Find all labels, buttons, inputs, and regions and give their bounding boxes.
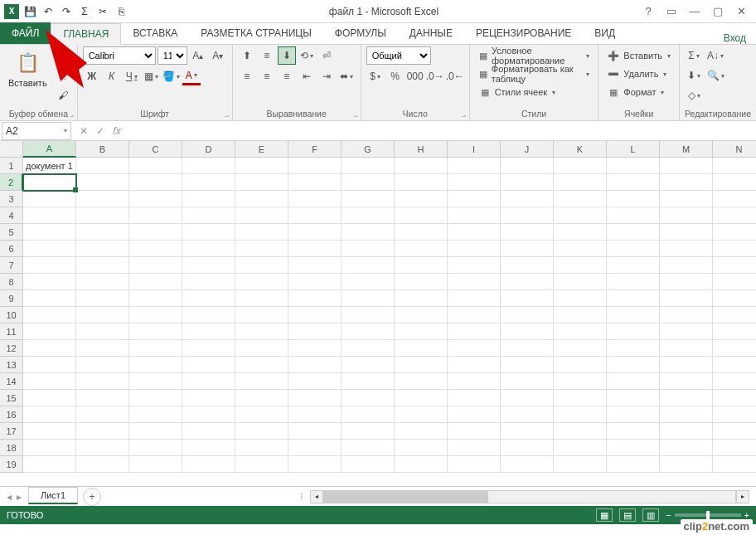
cell[interactable] xyxy=(288,224,342,241)
cell[interactable] xyxy=(448,290,501,307)
cell[interactable] xyxy=(713,307,756,323)
increase-indent-button[interactable]: ⇥ xyxy=(317,67,336,85)
cell[interactable] xyxy=(713,373,756,390)
cell[interactable] xyxy=(554,390,607,406)
font-size-select[interactable]: 11 xyxy=(158,46,187,65)
cell[interactable] xyxy=(129,440,182,456)
cell[interactable] xyxy=(660,390,713,406)
format-painter-button[interactable]: 🖌 xyxy=(54,86,72,105)
cell[interactable] xyxy=(129,158,182,174)
cell[interactable] xyxy=(23,406,76,423)
cell[interactable] xyxy=(76,307,129,323)
cell[interactable] xyxy=(288,423,342,440)
cell[interactable] xyxy=(554,340,607,357)
row-header[interactable]: 7 xyxy=(0,257,23,274)
cell[interactable] xyxy=(501,174,554,191)
autosum-button[interactable]: Σ xyxy=(685,46,703,65)
merge-button[interactable]: ⬌ xyxy=(337,67,356,85)
cell[interactable] xyxy=(288,406,342,423)
cell[interactable] xyxy=(129,241,182,257)
hscroll-right[interactable]: ▸ xyxy=(736,490,749,503)
cell[interactable] xyxy=(395,224,448,241)
cell[interactable] xyxy=(554,174,607,191)
cell[interactable] xyxy=(554,423,607,440)
cell[interactable] xyxy=(395,456,448,473)
cell[interactable] xyxy=(607,340,660,357)
cell[interactable] xyxy=(448,207,501,224)
cell[interactable] xyxy=(554,224,607,241)
cell[interactable] xyxy=(448,406,501,423)
cell[interactable] xyxy=(235,224,288,241)
sheet-nav-prev[interactable]: ◂ xyxy=(7,491,12,503)
cell[interactable] xyxy=(607,373,660,390)
cell[interactable] xyxy=(288,174,342,191)
sheet-tab[interactable]: Лист1 xyxy=(28,487,78,504)
cell[interactable] xyxy=(554,207,607,224)
cell[interactable] xyxy=(607,290,660,307)
cell[interactable] xyxy=(342,207,395,224)
cell[interactable] xyxy=(501,406,554,423)
cell[interactable] xyxy=(129,274,182,290)
cell[interactable] xyxy=(501,158,554,174)
cell[interactable] xyxy=(660,158,713,174)
sort-filter-button[interactable]: A↓ xyxy=(706,46,724,65)
cell[interactable] xyxy=(554,406,607,423)
cell[interactable] xyxy=(395,174,448,191)
cell[interactable] xyxy=(342,307,395,323)
cell[interactable] xyxy=(182,274,235,290)
page-layout-view-button[interactable]: ▤ xyxy=(619,508,636,522)
cell[interactable] xyxy=(448,390,501,406)
cell[interactable] xyxy=(713,257,756,274)
cell[interactable] xyxy=(713,456,756,473)
cell[interactable] xyxy=(448,440,501,456)
cell[interactable] xyxy=(607,357,660,373)
cell[interactable] xyxy=(76,224,129,241)
cell[interactable] xyxy=(660,274,713,290)
cell[interactable] xyxy=(713,323,756,340)
cell[interactable] xyxy=(23,224,76,241)
cell[interactable] xyxy=(129,340,182,357)
cell[interactable] xyxy=(342,224,395,241)
row-header[interactable]: 9 xyxy=(0,290,23,307)
cell[interactable] xyxy=(501,224,554,241)
cell[interactable] xyxy=(448,274,501,290)
cell[interactable] xyxy=(501,423,554,440)
cell[interactable] xyxy=(660,174,713,191)
row-header[interactable]: 17 xyxy=(0,423,23,440)
cell[interactable] xyxy=(554,274,607,290)
cell[interactable] xyxy=(501,274,554,290)
cell[interactable] xyxy=(129,307,182,323)
cell[interactable] xyxy=(342,191,395,207)
cell[interactable] xyxy=(554,456,607,473)
cell[interactable] xyxy=(607,307,660,323)
cell[interactable] xyxy=(129,224,182,241)
cell[interactable] xyxy=(448,456,501,473)
tab-home[interactable]: ГЛАВНАЯ xyxy=(51,23,121,45)
cell[interactable] xyxy=(23,357,76,373)
tab-page-layout[interactable]: РАЗМЕТКА СТРАНИЦЫ xyxy=(189,22,323,44)
cell[interactable] xyxy=(235,257,288,274)
cell[interactable] xyxy=(182,257,235,274)
normal-view-button[interactable]: ▦ xyxy=(596,508,613,522)
cell[interactable] xyxy=(395,323,448,340)
cell[interactable] xyxy=(607,174,660,191)
cell[interactable] xyxy=(713,290,756,307)
cell[interactable] xyxy=(76,207,129,224)
cell[interactable] xyxy=(288,274,342,290)
cell[interactable] xyxy=(713,158,756,174)
cell[interactable] xyxy=(23,390,76,406)
cell[interactable] xyxy=(182,340,235,357)
cell[interactable] xyxy=(554,290,607,307)
row-header[interactable]: 6 xyxy=(0,241,23,257)
cell[interactable] xyxy=(288,440,342,456)
cell[interactable] xyxy=(76,257,129,274)
cell[interactable] xyxy=(235,191,288,207)
column-header[interactable]: I xyxy=(448,141,501,158)
align-center-button[interactable]: ≡ xyxy=(258,67,276,85)
cell[interactable] xyxy=(607,241,660,257)
cell[interactable] xyxy=(448,158,501,174)
cell[interactable] xyxy=(182,191,235,207)
cell[interactable] xyxy=(76,274,129,290)
cell[interactable] xyxy=(235,406,288,423)
cell[interactable] xyxy=(448,174,501,191)
